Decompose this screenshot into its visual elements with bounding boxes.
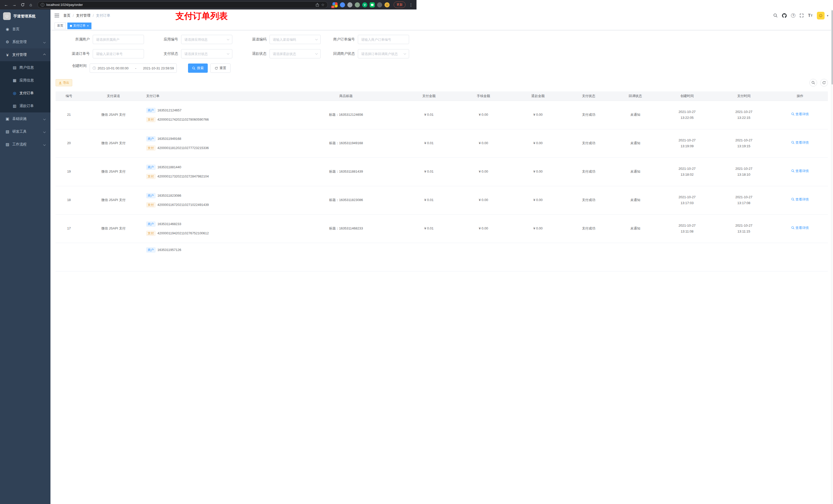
notify-status-select[interactable]	[358, 49, 409, 58]
extension-icon-3[interactable]	[347, 2, 353, 7]
sidebar-item-devtools[interactable]: ▧ 研发工具	[0, 125, 50, 138]
page-content: 所属商户 应用编号 渠道编码 商户订单编号 渠道订单号 支	[50, 30, 416, 252]
cell-title: 标题：1635311881439	[290, 158, 402, 186]
date-start: 2021-10-01 00:00:00	[98, 66, 128, 70]
table-row: 19微信 JSAPI 支付商户1635311881440支付4200001173…	[55, 158, 416, 186]
info-icon[interactable]: i	[41, 3, 44, 7]
pay-order-no: 4200001167202110271022491439	[158, 203, 209, 207]
reload-icon[interactable]	[19, 2, 26, 8]
channel-order-no-input[interactable]	[93, 49, 144, 58]
pay-tag: 支付	[146, 202, 156, 208]
filter-merchant: 所属商户	[55, 35, 144, 44]
column-header: 编号	[55, 91, 82, 101]
cell-pay-order: 商户1635311468233支付42000011942021102767521…	[145, 214, 290, 243]
dashboard-icon: ◉	[5, 27, 10, 31]
create-time-range-input[interactable]: 2021-10-01 00:00:00 - 2021-10-31 23:59:5…	[90, 64, 177, 73]
hamburger-icon[interactable]	[50, 14, 63, 18]
column-header: 商品标题	[290, 91, 402, 101]
extension-icon-6[interactable]	[370, 2, 375, 7]
merchant-input[interactable]	[93, 35, 144, 44]
extension-icon-2[interactable]	[340, 2, 345, 7]
home-icon[interactable]: ⌂	[27, 2, 34, 8]
extension-icon-1[interactable]: 10	[332, 2, 338, 7]
tab-pay-order[interactable]: 支付订单 ×	[67, 23, 91, 29]
browser-toolbar: ← → ⌂ i localhost:1024/pay/order ☆ 10 V …	[0, 0, 416, 9]
refresh-icon	[215, 67, 218, 70]
sidebar-item-home[interactable]: ◉ 首页	[0, 23, 50, 35]
sidebar-item-label: 支付订单	[20, 91, 34, 96]
breadcrumb-payment[interactable]: 支付管理	[76, 13, 90, 18]
sidebar-item-label: 应用信息	[20, 78, 34, 83]
tags-view-bar: 首页 支付订单 ×	[50, 22, 416, 30]
pay-order-table: 编号支付渠道支付订单商品标题支付金额手续金额退款金额支付状态回调状态创建时间支付…	[55, 91, 416, 252]
filter-refund-status: 退款状态	[232, 49, 321, 58]
export-button[interactable]: 导出	[55, 79, 72, 86]
date-end: 2021-10-31 23:59:59	[143, 66, 174, 70]
merchant-tag: 商户	[146, 165, 156, 170]
extension-icon-7[interactable]	[377, 2, 382, 7]
infrastructure-icon: ▣	[5, 117, 10, 121]
merchant-order-no-input[interactable]	[358, 35, 409, 44]
pay-status-select[interactable]	[181, 49, 232, 58]
filter-channel-code: 渠道编码	[232, 35, 321, 44]
chevron-up-icon	[43, 53, 46, 56]
filter-row-3: 创建时间 2021-10-01 00:00:00 - 2021-10-31 23…	[55, 64, 416, 73]
sidebar-item-payment[interactable]: ¥ 支付管理	[0, 48, 50, 61]
sidebar-item-app-info[interactable]: ▦ 应用信息	[0, 74, 50, 87]
pay-tag: 支付	[146, 117, 156, 122]
back-icon[interactable]: ←	[3, 2, 10, 8]
sidebar-item-refund-order[interactable]: ▥ 退款订单	[0, 100, 50, 113]
app-logo[interactable]: ☺ 芋道管理系统	[0, 9, 50, 23]
filter-label: 退款状态	[232, 51, 269, 56]
list-toolbar: 导出	[55, 79, 416, 87]
column-header: 支付渠道	[82, 91, 144, 101]
tab-home[interactable]: 首页	[54, 23, 66, 29]
pay-tag: 支付	[146, 145, 156, 150]
merchant-order-no: 1635312124657	[158, 108, 182, 113]
merchant-order-no: 1635311823086	[158, 194, 181, 198]
table-row: 21微信 JSAPI 支付商户1635312124657支付4200001174…	[55, 101, 416, 129]
close-icon[interactable]: ×	[87, 24, 89, 27]
cell-id: 19	[55, 158, 82, 186]
sidebar-item-pay-order[interactable]: ◎ 支付订单	[0, 87, 50, 100]
search-button[interactable]: 搜索	[188, 64, 208, 73]
share-icon[interactable]	[315, 3, 319, 7]
pay-order-icon: ◎	[12, 91, 17, 96]
filter-label: 应用编号	[144, 37, 181, 42]
extension-icon-8[interactable]: ☺	[384, 2, 389, 7]
extension-icon-4[interactable]	[355, 2, 360, 7]
table-row-partial: 商户1635311957126	[55, 243, 416, 252]
sidebar-item-merchant-info[interactable]: ▤ 商户信息	[0, 61, 50, 74]
sidebar: ☺ 芋道管理系统 ◉ 首页 ⚙ 系统管理 ¥ 支付管理 ▤ 商户信息 ▦ 应用信…	[0, 9, 50, 252]
browser-menu-icon[interactable]: ⋮	[408, 3, 414, 7]
sidebar-item-label: 系统管理	[12, 40, 27, 44]
refund-status-select[interactable]	[269, 49, 321, 58]
cell-amount: ¥ 0.01	[402, 158, 416, 186]
bookmark-star-icon[interactable]: ☆	[321, 3, 325, 7]
channel-code-select[interactable]	[269, 35, 321, 44]
forward-icon[interactable]: →	[11, 2, 18, 8]
cell-id: 21	[55, 101, 82, 129]
pay-order-no: 4200001173202110272847982104	[158, 174, 209, 178]
cell-pay-order: 商户1635311823086支付42000011672021102710224…	[145, 186, 290, 214]
reset-button[interactable]: 重置	[210, 64, 231, 73]
extension-icon-5[interactable]: V	[362, 2, 367, 7]
browser-update-button[interactable]: 更新	[394, 2, 405, 8]
sidebar-item-system[interactable]: ⚙ 系统管理	[0, 35, 50, 48]
app-no-select[interactable]	[181, 35, 232, 44]
chevron-down-icon	[43, 41, 46, 43]
merchant-order-no: 1635311949168	[158, 137, 181, 141]
cell-channel: 微信 JSAPI 支付	[82, 101, 144, 129]
cell-pay-order: 商户1635311957126	[145, 243, 290, 252]
filter-label: 所属商户	[55, 37, 93, 42]
sidebar-item-workflow[interactable]: ▨ 工作流程	[0, 138, 50, 151]
clock-icon	[93, 66, 96, 70]
filter-label: 渠道订单号	[55, 51, 93, 56]
url-bar[interactable]: i localhost:1024/pay/order ☆	[38, 1, 328, 8]
app-icon: ▦	[12, 78, 17, 83]
sidebar-item-label: 工作流程	[12, 142, 27, 147]
cell-title: 标题：1635312124656	[290, 101, 402, 129]
sidebar-item-label: 退款订单	[20, 104, 34, 108]
sidebar-item-infrastructure[interactable]: ▣ 基础设施	[0, 113, 50, 125]
breadcrumb-home[interactable]: 首页	[63, 13, 70, 18]
